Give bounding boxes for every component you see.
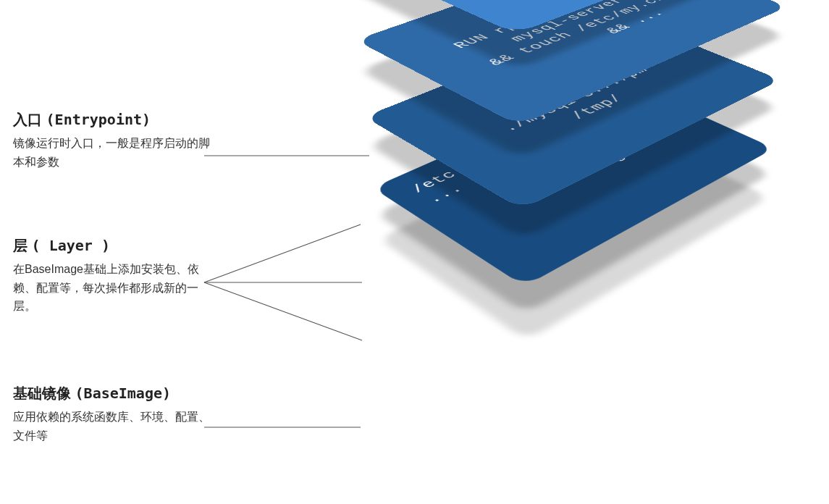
label-baseimage: 基础镜像 (BaseImage) 应用依赖的系统函数库、环境、配置、文件等	[13, 384, 216, 445]
label-layer-title: 层 ( Layer )	[13, 236, 216, 256]
label-entrypoint-desc: 镜像运行时入口，一般是程序启动的脚本和参数	[13, 134, 216, 171]
label-entrypoint: 入口 (Entrypoint) 镜像运行时入口，一般是程序启动的脚本和参数	[13, 110, 216, 171]
label-baseimage-title: 基础镜像 (BaseImage)	[13, 384, 216, 403]
label-baseimage-title-en: (BaseImage)	[75, 385, 171, 402]
label-baseimage-title-zh: 基础镜像	[13, 385, 71, 401]
svg-line-1	[204, 224, 361, 282]
svg-line-3	[204, 282, 362, 340]
layer-stack-scene: /etc /lib /proc /bin ... Ubuntu 16.4 Bas…	[348, 0, 825, 504]
label-layer-title-en: ( Layer )	[32, 237, 110, 254]
label-layer: 层 ( Layer ) 在BaseImage基础上添加安装包、依赖、配置等，每次…	[13, 236, 216, 316]
label-layer-desc: 在BaseImage基础上添加安装包、依赖、配置等，每次操作都形成新的一层。	[13, 260, 216, 316]
label-entrypoint-title-en: (Entrypoint)	[46, 111, 151, 128]
label-entrypoint-title-zh: 入口	[13, 112, 42, 127]
label-baseimage-desc: 应用依赖的系统函数库、环境、配置、文件等	[13, 408, 216, 445]
label-entrypoint-title: 入口 (Entrypoint)	[13, 110, 216, 130]
label-layer-title-zh: 层	[13, 238, 28, 253]
